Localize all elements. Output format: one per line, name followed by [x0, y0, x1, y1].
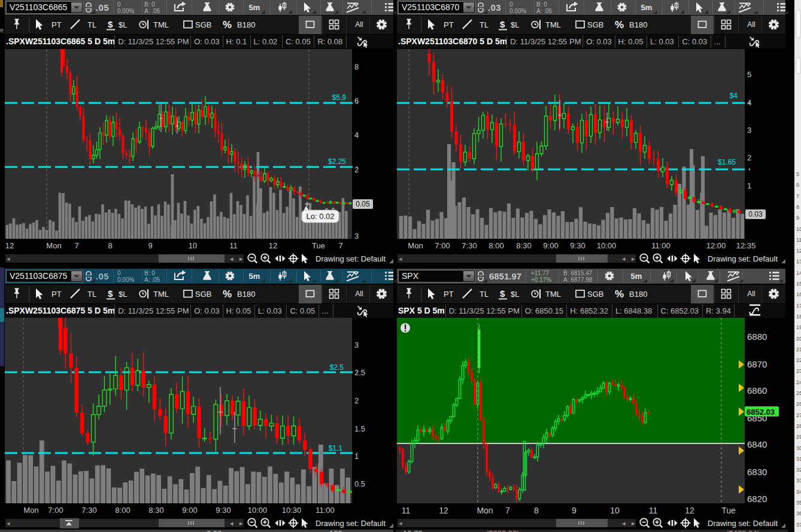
svg-text:$: $: [500, 288, 505, 299]
svg-text:$1.1: $1.1: [329, 444, 343, 452]
svg-text:$2.25: $2.25: [328, 157, 346, 166]
svg-text:2.5: 2.5: [354, 368, 365, 377]
svg-text:4: 4: [747, 98, 751, 107]
svg-text:$5.9: $5.9: [332, 93, 347, 102]
svg-text:2: 2: [354, 165, 359, 174]
svg-text:6: 6: [354, 96, 359, 105]
svg-text:%: %: [615, 288, 624, 300]
svg-text:3: 3: [354, 232, 359, 239]
svg-text:0.5: 0.5: [354, 479, 365, 488]
svg-text:Lo: 0.02: Lo: 0.02: [307, 212, 335, 221]
svg-text:%: %: [615, 19, 624, 31]
svg-text:8: 8: [354, 62, 359, 71]
svg-text:3: 3: [747, 126, 751, 135]
svg-text:0.05: 0.05: [356, 200, 370, 208]
svg-text:$: $: [500, 19, 505, 29]
svg-text:$: $: [108, 19, 113, 29]
svg-text:1: 1: [354, 452, 359, 461]
svg-text:%: %: [223, 19, 232, 31]
svg-text:4: 4: [354, 130, 359, 139]
svg-text:1: 1: [747, 181, 751, 190]
svg-text:0.03: 0.03: [748, 210, 763, 218]
svg-text:3: 3: [354, 341, 359, 349]
svg-text:2: 2: [747, 153, 751, 162]
svg-text:$: $: [108, 288, 113, 299]
svg-text:$4: $4: [730, 92, 738, 100]
svg-text:%: %: [223, 288, 232, 300]
svg-text:5: 5: [747, 70, 751, 79]
svg-text:1.5: 1.5: [354, 424, 365, 433]
svg-text:2: 2: [354, 396, 359, 405]
svg-text:$2.5: $2.5: [330, 363, 344, 372]
svg-text:$1.65: $1.65: [718, 158, 736, 166]
